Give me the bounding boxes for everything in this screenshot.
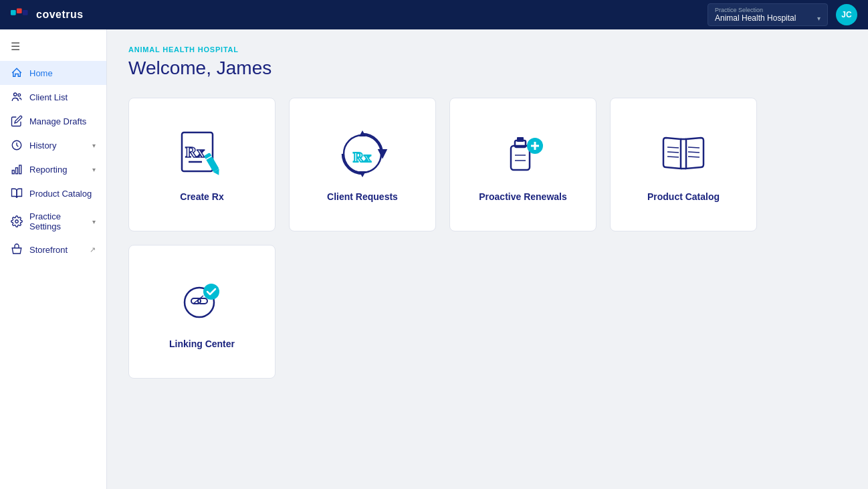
chevron-down-icon: ▾: [92, 218, 96, 225]
welcome-title: Welcome, James: [128, 58, 847, 79]
chevron-down-icon: ▾: [817, 15, 821, 22]
client-requests-icon: Rx: [336, 127, 389, 181]
svg-line-30: [667, 147, 679, 148]
svg-rect-7: [16, 168, 18, 174]
product-catalog-icon: [657, 127, 710, 181]
card-linking-center[interactable]: Linking Center: [128, 245, 276, 379]
card-create-rx-label: Create Rx: [180, 191, 223, 202]
top-navigation: covetrus Practice Selection Animal Healt…: [0, 0, 868, 29]
svg-rect-6: [12, 171, 14, 174]
cards-grid-row1: Rx Create Rx: [128, 98, 847, 231]
svg-rect-20: [511, 146, 530, 170]
card-product-catalog[interactable]: Product Catalog: [610, 98, 757, 231]
svg-point-9: [15, 220, 19, 223]
sidebar-item-manage-drafts[interactable]: Manage Drafts: [0, 109, 106, 133]
sidebar-label-product-catalog: Product Catalog: [29, 189, 92, 199]
chart-icon: [11, 163, 23, 175]
card-product-catalog-label: Product Catalog: [647, 191, 720, 202]
svg-point-4: [18, 94, 21, 96]
sidebar-label-practice-settings: Practice Settings: [29, 211, 86, 231]
svg-line-35: [688, 157, 699, 157]
sidebar-item-home[interactable]: Home: [0, 61, 106, 85]
card-client-requests-label: Client Requests: [327, 191, 398, 202]
external-link-icon: ↗: [90, 246, 96, 254]
sidebar-label-reporting: Reporting: [29, 165, 67, 175]
card-proactive-renewals-label: Proactive Renewals: [479, 191, 567, 202]
card-create-rx[interactable]: Rx Create Rx: [128, 98, 276, 231]
main-layout: ☰ Home Client List Manage Drafts History…: [0, 29, 868, 489]
sidebar-item-client-list[interactable]: Client List: [0, 85, 106, 109]
practice-selector-value: Animal Health Hospital ▾: [715, 13, 821, 23]
sidebar-item-practice-settings[interactable]: Practice Settings ▾: [0, 205, 106, 237]
card-linking-center-label: Linking Center: [169, 338, 235, 349]
sidebar: ☰ Home Client List Manage Drafts History…: [0, 29, 107, 489]
logo[interactable]: covetrus: [11, 8, 84, 21]
gear-icon: [11, 215, 23, 227]
card-client-requests[interactable]: Rx Client Requests: [289, 98, 436, 231]
svg-point-40: [203, 284, 219, 300]
sidebar-item-reporting[interactable]: Reporting ▾: [0, 157, 106, 181]
sidebar-label-client-list: Client List: [29, 92, 68, 102]
logo-text: covetrus: [36, 9, 84, 21]
chevron-down-icon: ▾: [92, 166, 96, 173]
clock-icon: [11, 139, 23, 151]
svg-line-32: [667, 157, 679, 157]
hamburger-menu-button[interactable]: ☰: [0, 35, 106, 61]
sidebar-item-product-catalog[interactable]: Product Catalog: [0, 181, 106, 205]
linking-center-icon: [175, 274, 229, 328]
svg-line-34: [688, 152, 699, 153]
sidebar-label-storefront: Storefront: [29, 245, 68, 255]
store-icon: [11, 243, 23, 256]
covetrus-logo-icon: [11, 8, 32, 21]
card-proactive-renewals[interactable]: Proactive Renewals: [449, 98, 596, 231]
create-rx-icon: Rx: [175, 127, 229, 181]
svg-text:Rx: Rx: [353, 149, 371, 165]
svg-rect-8: [19, 165, 21, 174]
hospital-label: ANIMAL HEALTH HOSPITAL: [128, 45, 847, 54]
people-icon: [11, 91, 23, 103]
topnav-right: Practice Selection Animal Health Hospita…: [708, 3, 857, 26]
svg-text:Rx: Rx: [185, 143, 205, 161]
sidebar-item-storefront[interactable]: Storefront ↗: [0, 237, 106, 262]
home-icon: [11, 67, 23, 79]
sidebar-label-history: History: [29, 140, 56, 151]
practice-selector-label: Practice Selection: [715, 7, 821, 13]
svg-rect-2: [23, 10, 28, 15]
svg-point-3: [14, 93, 17, 96]
chevron-down-icon: ▾: [92, 142, 96, 149]
svg-rect-1: [17, 8, 22, 13]
svg-line-33: [688, 147, 699, 148]
sidebar-label-manage-drafts: Manage Drafts: [29, 116, 86, 126]
main-content: ANIMAL HEALTH HOSPITAL Welcome, James Rx: [107, 29, 868, 489]
cards-grid-row2: Linking Center: [128, 245, 847, 379]
practice-selector[interactable]: Practice Selection Animal Health Hospita…: [708, 3, 828, 26]
svg-rect-0: [11, 10, 16, 15]
sidebar-label-home: Home: [29, 68, 53, 78]
book-icon: [11, 187, 23, 199]
sidebar-item-history[interactable]: History ▾: [0, 133, 106, 157]
svg-line-31: [667, 152, 679, 153]
svg-rect-13: [204, 153, 219, 172]
edit-icon: [11, 115, 23, 127]
proactive-renewals-icon: [496, 127, 550, 181]
svg-rect-22: [517, 137, 524, 142]
user-avatar[interactable]: JC: [836, 4, 857, 25]
